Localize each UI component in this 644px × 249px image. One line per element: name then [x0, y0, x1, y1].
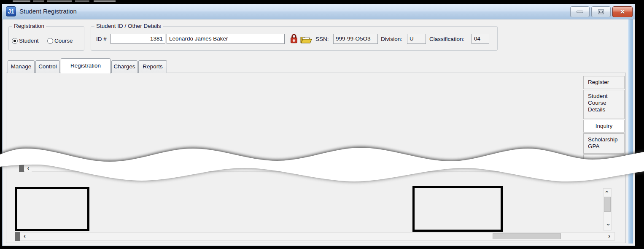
hscrollbar-splitter[interactable]	[15, 232, 20, 241]
lock-icon[interactable]	[290, 33, 298, 45]
registrations-hscrollbar[interactable]	[19, 165, 572, 172]
sidetab-register[interactable]: Register	[583, 76, 625, 89]
window-title: Student Registration	[19, 8, 77, 15]
tab-charges[interactable]: Charges	[111, 60, 137, 73]
open-folder-icon[interactable]	[300, 35, 312, 46]
chevron-left-icon: ‹	[24, 232, 26, 239]
course-radio-label[interactable]: Course	[54, 38, 73, 44]
hscrollbar-splitter[interactable]	[19, 164, 24, 172]
minimize-icon	[577, 11, 583, 13]
highlight-cr-credit-grade-hours-1	[412, 186, 503, 232]
tab-manage[interactable]: Manage	[8, 60, 35, 73]
window-right-edge	[628, 19, 633, 244]
id-input[interactable]: 1381	[110, 34, 165, 44]
vscrollbar-thumb[interactable]	[604, 197, 611, 212]
maximize-icon	[598, 10, 604, 14]
division-field[interactable]: U	[407, 34, 426, 44]
minimize-button[interactable]	[570, 6, 590, 17]
student-radio-label[interactable]: Student	[19, 38, 39, 44]
scroll-left-button[interactable]: ‹	[25, 165, 32, 172]
chevron-right-icon: ›	[608, 232, 610, 239]
sidetab-student-course-details[interactable]: Student Course Details	[583, 90, 625, 119]
close-button[interactable]: ✕	[612, 6, 633, 17]
hscrollbar-thumb[interactable]	[493, 233, 561, 239]
screenshot-frame: J1 Student Registration ✕ Registration S…	[0, 0, 644, 249]
scroll-left-button[interactable]: ‹	[21, 233, 28, 240]
highlight-term-grade-hours-1	[15, 187, 89, 231]
id-label: ID #	[96, 36, 107, 42]
scroll-up-button[interactable]: ‹	[604, 189, 611, 196]
registration-group-label: Registration	[12, 23, 46, 29]
division-label: Division:	[381, 36, 402, 42]
maximize-button[interactable]	[591, 6, 611, 17]
tab-reports[interactable]: Reports	[138, 60, 167, 73]
tab-registration[interactable]: Registration	[61, 58, 110, 73]
app-logo-icon: J1	[6, 6, 16, 16]
tab-page-panel	[6, 73, 626, 243]
student-details-group-label: Student ID / Other Details	[94, 23, 163, 29]
ssn-label: SSN:	[315, 36, 329, 42]
student-radio[interactable]	[12, 38, 18, 44]
scroll-right-button[interactable]: ›	[606, 233, 613, 240]
ssn-field[interactable]: 999-99-O5O3	[333, 34, 378, 44]
chevron-left-icon: ‹	[27, 164, 30, 171]
classification-label: Classification:	[429, 36, 464, 42]
classification-field[interactable]: 04	[472, 34, 489, 44]
chevron-down-icon: ‹	[605, 224, 610, 226]
close-icon: ✕	[620, 8, 625, 15]
title-bar[interactable]	[2, 4, 635, 19]
sidetab-scholarship-gpa[interactable]: Scholarship GPA	[583, 133, 625, 154]
sidetab-inquiry[interactable]: Inquiry	[583, 120, 625, 133]
sidetab-stub	[583, 154, 625, 167]
chevron-up-icon: ‹	[605, 191, 610, 193]
course-radio[interactable]	[47, 38, 53, 44]
tab-control[interactable]: Control	[35, 60, 60, 73]
student-name-field[interactable]: Leonardo James Baker	[167, 34, 285, 44]
scroll-down-button[interactable]: ‹	[604, 222, 611, 229]
